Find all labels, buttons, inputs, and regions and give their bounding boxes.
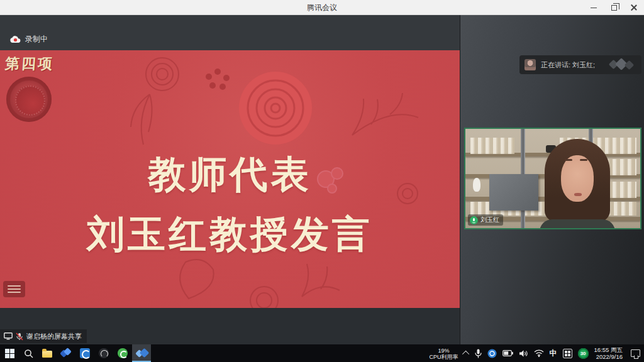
mic-on-icon: [470, 216, 478, 224]
ime-keyboard-icon[interactable]: [563, 349, 572, 358]
action-center-icon[interactable]: [631, 349, 640, 357]
tencent-meeting-icon: [136, 349, 147, 358]
close-button[interactable]: [624, 0, 644, 15]
green-browser-app-icon: [118, 348, 128, 358]
ime-language-indicator[interactable]: 中: [550, 348, 557, 359]
participant-name: 刘玉红: [480, 216, 499, 224]
system-tray: 19% CPU利用率: [430, 344, 644, 362]
window-controls: [584, 0, 644, 15]
clock-date: 2022/9/16: [594, 353, 623, 360]
taskbar-app-green-browser[interactable]: [113, 344, 132, 362]
taskbar-app-blue-browser[interactable]: [75, 344, 94, 362]
participants-panel: 正在讲话: 刘玉红;: [460, 15, 644, 344]
cpu-percent: 19%: [430, 348, 458, 354]
restore-button[interactable]: [604, 0, 624, 15]
minimize-button[interactable]: [584, 0, 604, 15]
taskbar-apps: [0, 344, 151, 362]
record-cloud-icon: [10, 35, 21, 43]
antivirus-badge[interactable]: 30: [578, 348, 589, 359]
recording-indicator[interactable]: 录制中: [10, 34, 48, 45]
speaker-label: 正在讲话: 刘玉红;: [541, 60, 595, 70]
participant-video[interactable]: 刘玉红: [464, 128, 641, 229]
participant-person: [540, 139, 615, 229]
slide-corner-label: 第四项: [4, 54, 55, 74]
active-speaker-indicator[interactable]: 正在讲话: 刘玉红;: [519, 55, 641, 74]
dark-circle-app-icon: [99, 348, 109, 358]
recording-label: 录制中: [25, 34, 48, 45]
slide-title-line1: 教师代表: [0, 145, 460, 204]
restore-icon: [611, 5, 617, 11]
tray-expand-chevron-icon[interactable]: [462, 351, 469, 358]
window-titlebar: 腾讯会议: [0, 0, 644, 15]
wifi-icon[interactable]: [534, 349, 544, 357]
taskbar-app-blue-squares[interactable]: [57, 344, 75, 362]
close-icon: [631, 4, 637, 11]
slide-title-line2: 刘玉红教授发言: [0, 204, 460, 264]
minimize-icon: [591, 8, 597, 8]
battery-icon[interactable]: [502, 350, 513, 356]
muted-mic-icon: [16, 332, 23, 341]
speaker-avatar: [525, 59, 536, 70]
taskbar-app-tencent-meeting[interactable]: [132, 344, 151, 362]
taskbar-app-dark-circle[interactable]: [94, 344, 113, 362]
blue-browser-app-icon: [80, 348, 90, 358]
taskbar-clock[interactable]: 16:55 周五 2022/9/16: [594, 346, 623, 360]
windows-taskbar: 19% CPU利用率: [0, 344, 644, 362]
screen-icon: [4, 332, 13, 340]
search-icon: [24, 349, 33, 358]
meeting-logo-icon: [609, 58, 636, 72]
cpu-usage-readout[interactable]: 19% CPU利用率: [430, 347, 458, 360]
shared-screen-area: 录制中: [0, 15, 460, 344]
screen-share-banner[interactable]: 谢启杨的屏幕共享: [0, 329, 87, 343]
cpu-label: CPU利用率: [430, 354, 458, 360]
meeting-main: 录制中: [0, 15, 644, 344]
windows-logo-icon: [5, 349, 14, 358]
blue-squares-app-icon: [61, 348, 71, 358]
speaker-icon[interactable]: [519, 349, 528, 358]
start-button[interactable]: [0, 344, 19, 362]
slide-outline-button[interactable]: [3, 281, 25, 297]
folder-icon: [42, 351, 52, 358]
clock-time: 16:55 周五: [594, 346, 623, 353]
school-emblem: [6, 77, 52, 122]
sync-app-tray-icon[interactable]: [487, 349, 497, 358]
presentation-slide: 第四项 教师代表 刘玉红教授发言: [0, 50, 460, 308]
microphone-tray-icon[interactable]: [475, 349, 482, 358]
slide-title: 教师代表 刘玉红教授发言: [0, 145, 460, 264]
share-banner-label: 谢启杨的屏幕共享: [26, 332, 82, 341]
window-title: 腾讯会议: [0, 0, 644, 15]
recording-strip: 录制中: [0, 15, 460, 50]
search-button[interactable]: [19, 344, 38, 362]
file-explorer-button[interactable]: [38, 344, 57, 362]
screen: 腾讯会议 录制中: [0, 0, 644, 362]
participant-nametag: 刘玉红: [468, 214, 503, 226]
